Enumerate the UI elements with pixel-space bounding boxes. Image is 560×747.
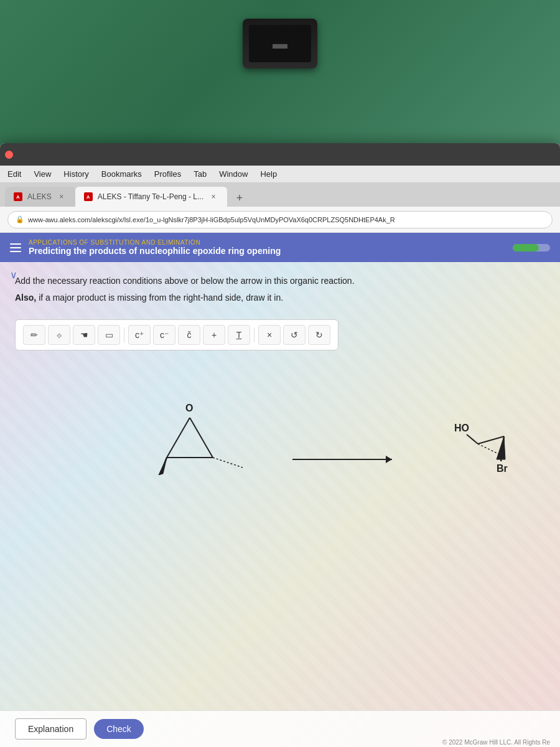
hamburger-line-1 — [10, 243, 21, 245]
aleks-progress-fill — [513, 244, 539, 251]
svg-line-10 — [467, 435, 478, 444]
tool-copy[interactable]: ▭ — [98, 325, 120, 345]
device-body: ▬ — [243, 19, 317, 68]
tab-favicon-2: A — [84, 192, 93, 201]
hamburger-menu[interactable] — [10, 243, 21, 252]
hamburger-line-3 — [10, 251, 21, 252]
tab-bar: A ALEKS × A ALEKS - Tiffany Te-L-Peng - … — [0, 183, 560, 207]
chemistry-svg: O HO — [15, 363, 545, 562]
tool-undo[interactable]: ↺ — [283, 325, 306, 345]
question-also-bold: Also, — [15, 293, 36, 303]
menu-history[interactable]: History — [63, 169, 88, 179]
tool-redo[interactable]: ↻ — [308, 325, 330, 345]
explanation-button[interactable]: Explanation — [15, 718, 86, 740]
tool-charge-plus[interactable]: c⁺ — [128, 325, 151, 345]
question-also-text: if a major product is missing from the r… — [39, 293, 283, 303]
lock-icon: 🔒 — [16, 215, 24, 223]
tool-add[interactable]: + — [203, 325, 225, 345]
svg-line-1 — [167, 418, 190, 458]
tool-text[interactable]: T — [228, 325, 250, 345]
check-button[interactable]: Check — [94, 719, 144, 739]
hamburger-line-2 — [10, 247, 21, 248]
tool-radical[interactable]: č — [178, 325, 200, 345]
browser-chrome-bar — [0, 143, 560, 166]
tab-aleks-inactive[interactable]: A ALEKS × — [5, 187, 75, 207]
tab-close-1[interactable]: × — [57, 192, 67, 202]
address-text: www-awu.aleks.com/alekscgi/x/lsl.exe/1o_… — [28, 216, 544, 223]
svg-text:O: O — [185, 403, 193, 413]
new-tab-button[interactable]: + — [231, 189, 248, 207]
tool-hand[interactable]: ☚ — [73, 325, 95, 345]
svg-line-11 — [478, 436, 504, 444]
aleks-category: APPLICATIONS OF SUBSTITUTION AND ELIMINA… — [29, 239, 505, 246]
menu-help[interactable]: Help — [260, 169, 277, 179]
device-screen: ▬ — [249, 25, 311, 62]
tab-label-1: ALEKS — [27, 192, 52, 201]
external-device: ▬ — [243, 19, 317, 68]
toolbar-separator-2 — [254, 327, 254, 342]
question-area: Add the necessary reaction conditions ab… — [0, 262, 560, 319]
browser-window: Edit View History Bookmarks Profiles Tab… — [0, 143, 560, 747]
tab-close-2[interactable]: × — [208, 192, 218, 202]
question-line1: Add the necessary reaction conditions ab… — [15, 275, 545, 288]
svg-text:Br: Br — [497, 463, 508, 474]
tool-delete[interactable]: × — [258, 325, 281, 345]
menu-profiles[interactable]: Profiles — [154, 169, 181, 179]
tab-favicon-1: A — [14, 192, 22, 201]
menu-tab[interactable]: Tab — [194, 169, 207, 179]
tab-aleks-active[interactable]: A ALEKS - Tiffany Te-L-Peng - L... × — [75, 187, 227, 207]
dropdown-arrow[interactable]: ∨ — [10, 269, 17, 281]
menu-edit[interactable]: Edit — [7, 169, 21, 179]
aleks-question-title: Predicting the products of nucleophilic … — [29, 246, 505, 256]
traffic-light-red[interactable] — [5, 151, 13, 159]
tool-charge-minus[interactable]: c⁻ — [153, 325, 175, 345]
tab-label-2: ALEKS - Tiffany Te-L-Peng - L... — [98, 192, 203, 201]
aleks-header-text: APPLICATIONS OF SUBSTITUTION AND ELIMINA… — [29, 239, 505, 256]
question-line2: Also, if a major product is missing from… — [15, 291, 545, 304]
menu-window[interactable]: Window — [219, 169, 248, 179]
tool-lasso[interactable]: ⟐ — [48, 325, 70, 345]
svg-line-2 — [190, 418, 213, 458]
address-bar: 🔒 www-awu.aleks.com/alekscgi/x/lsl.exe/1… — [0, 207, 560, 233]
svg-marker-8 — [386, 456, 392, 463]
drawing-toolbar: ✏ ⟐ ☚ ▭ c⁺ c⁻ č + T × ↺ ↻ — [15, 319, 338, 350]
svg-line-12 — [478, 444, 501, 455]
address-input[interactable]: 🔒 www-awu.aleks.com/alekscgi/x/lsl.exe/1… — [7, 211, 553, 228]
aleks-progress-bar-container — [513, 244, 550, 251]
aleks-content-area: APPLICATIONS OF SUBSTITUTION AND ELIMINA… — [0, 233, 560, 747]
chemistry-diagram-area[interactable]: O HO — [15, 363, 545, 562]
copyright-text: © 2022 McGraw Hill LLC. All Rights Re — [442, 739, 550, 746]
aleks-header: APPLICATIONS OF SUBSTITUTION AND ELIMINA… — [0, 233, 560, 262]
tool-pencil[interactable]: ✏ — [23, 325, 45, 345]
svg-line-4 — [213, 458, 243, 467]
menu-bookmarks[interactable]: Bookmarks — [101, 169, 142, 179]
toolbar-separator-1 — [124, 327, 124, 342]
menu-bar: Edit View History Bookmarks Profiles Tab… — [0, 166, 560, 183]
menu-view[interactable]: View — [34, 169, 51, 179]
svg-text:HO: HO — [454, 423, 469, 433]
device-icon: ▬ — [273, 35, 287, 52]
